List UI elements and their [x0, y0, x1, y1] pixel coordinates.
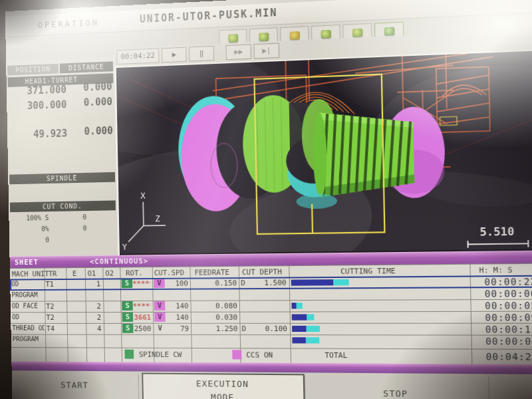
- sheet-row-thread-od[interactable]: THREAD OD T4 4 S 2500 V 79 1.250 D 0.100…: [11, 323, 532, 335]
- simulation-viewport[interactable]: X Z Y 5.510: [114, 49, 532, 255]
- time-cell: 00:00:09: [472, 312, 532, 323]
- rotate-view-icon-glyph: [352, 29, 363, 37]
- spindle-cw-label: SPINDLE CW: [139, 350, 198, 359]
- time-cell: 00:00:00: [473, 336, 532, 347]
- col-unit: MACH UNIT: [12, 269, 49, 278]
- process-sheet: SHEET <CONTINUOUS> MACH UNIT TR E O1 O2 …: [9, 251, 532, 374]
- col-tr: TR: [49, 269, 57, 278]
- col-hms: H: M: S: [479, 265, 512, 275]
- time-cell: 00:00:05: [472, 300, 532, 311]
- position-header: POSITION: [7, 64, 59, 76]
- window-zoom-icon-glyph: [384, 27, 395, 36]
- spindle-mode-cell: S: [122, 313, 134, 322]
- o1-cell: 2: [87, 302, 101, 311]
- screen-section-label: OPERATION: [38, 17, 100, 30]
- time-cell: 00:00:00: [471, 288, 532, 299]
- sheet-title: SHEET: [15, 258, 39, 267]
- speed-mode-cell: V: [154, 324, 166, 333]
- tr-cell: T2: [46, 313, 65, 322]
- feed-cell: 0.030: [193, 313, 238, 322]
- pause-button[interactable]: ‖: [189, 46, 214, 62]
- cutcond2-value: 0: [71, 225, 86, 232]
- feed-cell: 0.080: [192, 301, 237, 310]
- step-button[interactable]: ▶|: [253, 43, 279, 59]
- start-button[interactable]: START: [12, 380, 138, 391]
- distance-header: DISTANCE: [60, 61, 113, 73]
- position-panel: POSITION DISTANCE HEAD1-TURRET 371.000 0…: [6, 57, 118, 256]
- speed-mode-cell: V: [154, 301, 166, 311]
- col-time: CUTTING TIME: [340, 267, 396, 276]
- sheet-table: MACH UNIT TR E O1 O2 ROT. CUT.SPD FEEDRA…: [10, 263, 532, 378]
- axis3-position: 49.923: [7, 128, 67, 141]
- col-spd: CUT.SPD: [154, 269, 185, 277]
- cutcond1-label: 100% S: [11, 214, 49, 222]
- col-feed: FEEDRATE: [194, 268, 229, 277]
- cut-cond-header: CUT COND.: [10, 200, 116, 212]
- execution-sub-label: MODE: [144, 391, 304, 399]
- total-time: 00:04:22: [473, 351, 532, 362]
- rot-cell: 2500: [133, 325, 151, 333]
- depth-mark-cell: D: [241, 325, 249, 333]
- tool-icon-glyph: [228, 34, 238, 43]
- play-button[interactable]: ▶: [162, 47, 187, 63]
- axis2-distance: 0.000: [69, 96, 112, 109]
- execution-mode-button[interactable]: EXECUTION MODE: [142, 373, 305, 399]
- axis-z-label: Z: [155, 213, 160, 223]
- simulation-scene: X Z Y 5.510: [116, 51, 532, 254]
- cutcond1-value: 0: [71, 213, 86, 221]
- ccs-on-swatch: [232, 350, 241, 359]
- o1-cell: 2: [87, 313, 101, 322]
- workpiece-icon-glyph: [290, 31, 300, 40]
- photo-frame: OPERATION UNIOR-UTOR-PUSK.MIN 00:04:22 ▶…: [0, 0, 532, 399]
- sheet-mode: <CONTINUOUS>: [90, 257, 148, 266]
- feed-cell: 1.250: [193, 325, 238, 333]
- section-view-icon-glyph: [321, 30, 332, 39]
- tap-tool-icon-glyph: [259, 33, 269, 41]
- menu-key-bar: START EXECUTION MODE STOP: [12, 370, 532, 399]
- axis2-position: 300.000: [7, 98, 66, 112]
- unit-cell: PROGRAM: [13, 335, 45, 342]
- col-o1: O1: [88, 269, 96, 278]
- col-o2: O2: [105, 269, 114, 278]
- rot-cell: *****: [133, 302, 151, 311]
- col-rot: ROT.: [126, 269, 143, 277]
- spindle-mode-cell: S: [122, 301, 133, 311]
- sheet-row-od2[interactable]: OD T2 2 S 3661 V 140 0.030 00:00:09: [11, 311, 532, 323]
- depth-cell: 0.100: [249, 325, 287, 333]
- axis3-distance: 0.000: [70, 124, 113, 138]
- fast-forward-button[interactable]: ▶▶: [226, 44, 251, 60]
- col-e: E: [72, 269, 77, 278]
- cutting-time-bar: [292, 326, 320, 332]
- unit-cell: OD: [12, 313, 45, 321]
- sim-elapsed-time: 00:04:22: [116, 48, 159, 65]
- axis-y-label: Y: [122, 242, 127, 252]
- unit-cell: THREAD OD: [12, 325, 45, 332]
- stop-button[interactable]: STOP: [305, 388, 489, 399]
- col-depth: CUT DEPTH: [242, 267, 282, 277]
- sheet-row-od-face[interactable]: OD FACE T2 2 S ***** V 140 0.080 00:00:0…: [11, 299, 532, 313]
- total-label: TOTAL: [293, 351, 380, 360]
- sheet-row-program2[interactable]: PROGRAM 00:00:00: [11, 334, 532, 346]
- speed-mode-cell: V: [154, 313, 166, 322]
- unit-cell: PROGRAM: [11, 291, 44, 299]
- axis1-position: 371.000: [7, 84, 66, 98]
- rot-cell: 3661: [133, 313, 151, 322]
- cutspd-cell: 79: [167, 325, 190, 333]
- ccs-on-label: CCS ON: [246, 350, 289, 359]
- execution-label: EXECUTION: [143, 378, 303, 390]
- axis-x-label: X: [140, 190, 146, 200]
- program-name: UNIOR-UTOR-PUSK.MIN: [140, 7, 278, 25]
- cutting-time-bar: [292, 337, 319, 343]
- spindle-mode-cell: S: [122, 324, 134, 333]
- cutcond3-label: 0: [12, 236, 49, 244]
- cutting-time-bar: [291, 303, 302, 309]
- o1-cell: 4: [87, 325, 101, 333]
- unit-cell: OD FACE: [12, 303, 45, 310]
- cnc-screen: OPERATION UNIOR-UTOR-PUSK.MIN 00:04:22 ▶…: [5, 0, 532, 399]
- time-cell: 00:00:11: [472, 324, 532, 335]
- scale-value: 5.510: [479, 225, 514, 239]
- legend-total-row: SPINDLE CW CCS ON TOTAL 00:04:22: [11, 347, 532, 363]
- tr-cell: T2: [46, 302, 65, 311]
- cutspd-cell: 140: [166, 302, 189, 311]
- tr-cell: T4: [47, 325, 66, 333]
